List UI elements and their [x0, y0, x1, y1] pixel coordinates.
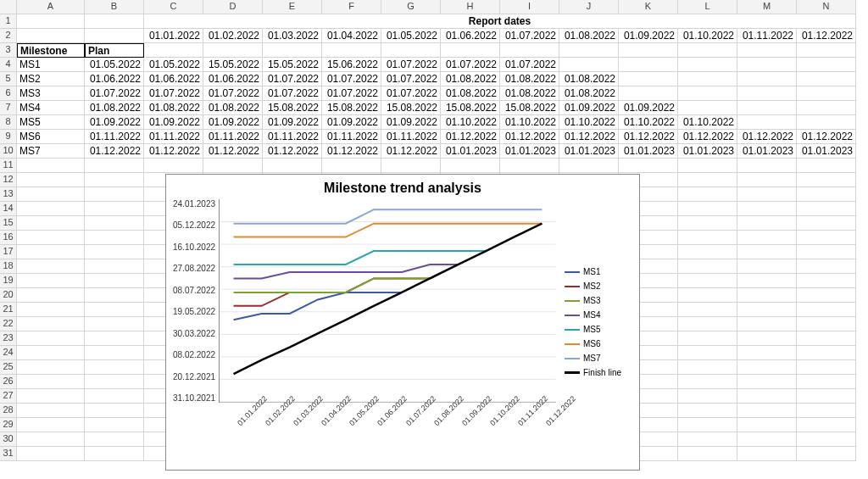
cell[interactable] — [678, 187, 737, 202]
cell[interactable] — [678, 159, 737, 173]
cell[interactable] — [678, 288, 737, 303]
column-header[interactable]: G — [381, 0, 441, 14]
cell[interactable] — [17, 288, 85, 303]
cell[interactable] — [17, 14, 85, 29]
cell[interactable] — [678, 216, 737, 231]
cell[interactable] — [737, 43, 797, 58]
row-header[interactable]: 15 — [0, 216, 17, 231]
cell[interactable] — [678, 72, 737, 86]
column-header[interactable]: L — [678, 0, 737, 14]
cell[interactable]: 15.06.2022 — [322, 58, 381, 72]
cell[interactable]: 01.10.2022 — [619, 115, 678, 130]
cell[interactable]: 01.09.2022 — [144, 115, 203, 130]
cell[interactable]: 01.01.2023 — [619, 144, 678, 159]
cell[interactable] — [17, 173, 85, 187]
cell[interactable] — [678, 303, 737, 317]
cell[interactable] — [678, 346, 737, 360]
cell[interactable] — [797, 259, 856, 274]
cell[interactable] — [17, 29, 85, 43]
cell[interactable] — [500, 43, 559, 58]
cell[interactable]: Plan — [85, 43, 144, 58]
cell[interactable]: 01.08.2022 — [500, 86, 559, 101]
row-header[interactable]: 10 — [0, 144, 17, 159]
cell[interactable] — [678, 404, 737, 418]
cell[interactable] — [797, 173, 856, 187]
chart-container[interactable]: Milestone trend analysis 24.01.202305.12… — [165, 174, 640, 471]
row-header[interactable]: 5 — [0, 72, 17, 86]
cell[interactable] — [322, 43, 381, 58]
cell[interactable] — [17, 245, 85, 259]
cell[interactable] — [797, 216, 856, 231]
cell[interactable] — [737, 231, 797, 245]
cell[interactable] — [381, 43, 441, 58]
cell[interactable] — [678, 447, 737, 461]
cell[interactable]: 15.05.2022 — [203, 58, 263, 72]
cell[interactable] — [144, 43, 203, 58]
cell[interactable] — [737, 58, 797, 72]
cell[interactable] — [322, 159, 381, 173]
row-header[interactable]: 1 — [0, 14, 17, 29]
cell[interactable]: 01.08.2022 — [441, 86, 500, 101]
cell[interactable] — [678, 317, 737, 331]
row-header[interactable]: 19 — [0, 274, 17, 288]
cell[interactable]: 01.09.2022 — [619, 29, 678, 43]
cell[interactable]: 01.12.2022 — [322, 144, 381, 159]
cell[interactable]: MS7 — [17, 144, 85, 159]
row-header[interactable]: 25 — [0, 360, 17, 375]
column-header[interactable]: I — [500, 0, 559, 14]
cell[interactable]: 01.07.2022 — [500, 29, 559, 43]
cell[interactable]: 01.11.2022 — [381, 130, 441, 144]
cell[interactable] — [678, 274, 737, 288]
row-header[interactable]: 4 — [0, 58, 17, 72]
cell[interactable]: 01.12.2022 — [797, 29, 856, 43]
cell[interactable] — [797, 72, 856, 86]
cell[interactable]: 01.10.2022 — [678, 29, 737, 43]
row-header[interactable]: 2 — [0, 29, 17, 43]
cell[interactable]: 01.09.2022 — [619, 101, 678, 115]
cell[interactable]: 01.08.2022 — [500, 72, 559, 86]
cell[interactable]: 01.11.2022 — [737, 29, 797, 43]
cell[interactable] — [797, 245, 856, 259]
cell[interactable] — [17, 432, 85, 447]
row-header[interactable]: 20 — [0, 288, 17, 303]
cell[interactable] — [619, 159, 678, 173]
cell[interactable] — [85, 159, 144, 173]
cell[interactable] — [737, 360, 797, 375]
cell[interactable] — [85, 202, 144, 216]
cell[interactable] — [85, 404, 144, 418]
cell[interactable]: 01.09.2022 — [559, 101, 619, 115]
cell[interactable] — [85, 432, 144, 447]
cell[interactable] — [500, 159, 559, 173]
cell[interactable] — [678, 360, 737, 375]
row-header[interactable]: 17 — [0, 245, 17, 259]
cell[interactable] — [737, 72, 797, 86]
cell[interactable]: 01.07.2022 — [381, 72, 441, 86]
cell[interactable] — [17, 331, 85, 346]
cell[interactable]: 15.05.2022 — [263, 58, 322, 72]
cell[interactable]: 01.08.2022 — [203, 101, 263, 115]
cell[interactable] — [797, 360, 856, 375]
cell[interactable] — [797, 43, 856, 58]
cell[interactable] — [17, 418, 85, 432]
cell[interactable]: 01.10.2022 — [441, 115, 500, 130]
cell[interactable]: 15.08.2022 — [263, 101, 322, 115]
cell[interactable]: MS3 — [17, 86, 85, 101]
cell[interactable] — [678, 432, 737, 447]
cell[interactable]: 01.08.2022 — [441, 72, 500, 86]
cell[interactable] — [17, 389, 85, 404]
cell[interactable]: 01.11.2022 — [144, 130, 203, 144]
cell[interactable] — [678, 389, 737, 404]
cell[interactable]: 01.01.2023 — [500, 144, 559, 159]
row-header[interactable]: 30 — [0, 432, 17, 447]
cell[interactable] — [737, 303, 797, 317]
cell[interactable] — [17, 404, 85, 418]
cell[interactable] — [441, 43, 500, 58]
cell[interactable] — [797, 101, 856, 115]
row-header[interactable]: 9 — [0, 130, 17, 144]
cell[interactable] — [737, 245, 797, 259]
row-header[interactable]: 23 — [0, 331, 17, 346]
cell[interactable] — [797, 202, 856, 216]
cell[interactable] — [85, 447, 144, 461]
cell[interactable]: 01.07.2022 — [500, 58, 559, 72]
cell[interactable] — [737, 173, 797, 187]
